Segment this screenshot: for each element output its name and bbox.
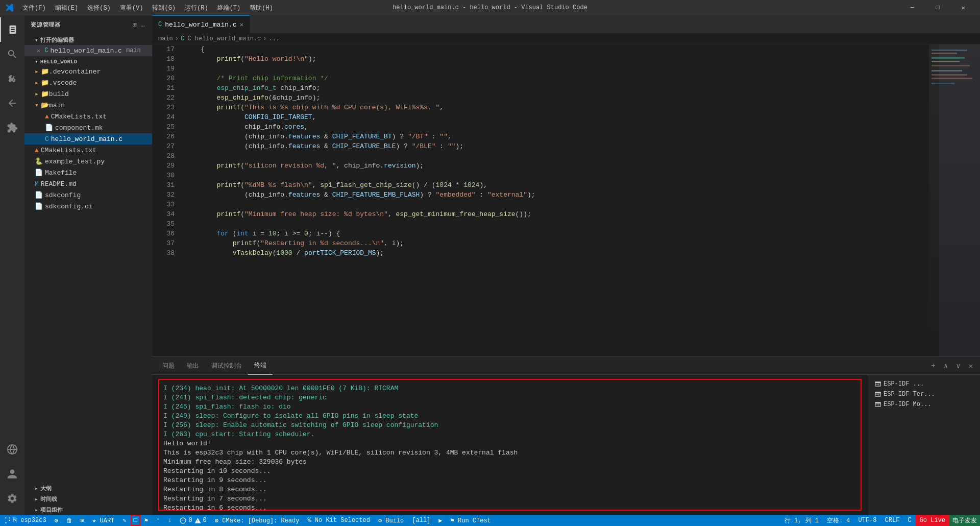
menu-view[interactable]: 查看(V) (116, 3, 148, 13)
status-spaces[interactable]: 空格: 4 (823, 515, 854, 526)
status-dianzifafa[interactable]: 电子发发 (949, 515, 980, 526)
terminal-sidebar-item-3[interactable]: ESP-IDF Mo... (872, 399, 976, 410)
tab-issues[interactable]: 问题 (156, 357, 181, 375)
outline-section[interactable]: ▸ 大纲 (24, 483, 152, 493)
terminal-sidebar-item-1[interactable]: ESP-IDF ... (872, 379, 976, 389)
sidebar-item-devcontainer[interactable]: ▸ 📁 .devcontainer (24, 66, 152, 77)
menu-select[interactable]: 选择(S) (83, 3, 115, 13)
code-line-22: esp_chip_info(&chip_info); (185, 93, 929, 103)
tab-output[interactable]: 输出 (181, 357, 205, 375)
edit-icon: ✎ (122, 517, 126, 524)
code-line-17: { (185, 44, 929, 54)
status-go-live[interactable]: Go Live (916, 515, 949, 526)
status-cursor-pos[interactable]: 行 1, 列 1 (780, 515, 823, 526)
tab-debug-console[interactable]: 调试控制台 (205, 357, 248, 375)
add-terminal-button[interactable]: + (928, 361, 938, 371)
timeline-section[interactable]: ▸ 时间线 (24, 493, 152, 504)
open-editors-section[interactable]: ▾ 打开的编辑器 (24, 34, 152, 45)
filename: .vscode (49, 79, 77, 87)
terminal-output-highlighted[interactable]: I (234) heap_init: At 50000020 len 00001… (158, 379, 862, 511)
sidebar-item-hello-world-main[interactable]: C hello_world_main.c (24, 133, 152, 145)
sidebar-item-component-mk[interactable]: 📄 component.mk (24, 122, 152, 133)
menu-run[interactable]: 运行(R) (181, 3, 212, 13)
terminal-main[interactable]: I (234) heap_init: At 50000020 len 00001… (152, 375, 868, 515)
status-run-button[interactable]: ▶ (434, 515, 446, 526)
breadcrumb-file[interactable]: C hello_world_main.c (187, 35, 261, 42)
status-bar-left: ⎘ esp32c3 ⚙ 🗑 ⊞ ★ UART ✎ □ ⚑ ↑ ↓ (0, 515, 495, 526)
status-git-branch[interactable]: ⎘ esp32c3 (0, 515, 51, 526)
status-download[interactable]: ↓ (164, 515, 176, 526)
status-build-box[interactable]: ⊞ (77, 515, 88, 526)
terminal-sidebar-label-2: ESP-IDF Ter... (884, 391, 935, 398)
account-activity-icon[interactable] (0, 462, 24, 486)
breadcrumb-symbol[interactable]: ... (268, 35, 280, 42)
new-file-button[interactable]: ⊞ (131, 19, 137, 30)
status-encoding[interactable]: UTF-8 (854, 515, 881, 526)
outline-label: 大纲 (40, 485, 52, 492)
settings-activity-icon[interactable] (0, 486, 24, 511)
menu-help[interactable]: 帮助(H) (246, 3, 277, 13)
maximize-button[interactable]: □ (926, 0, 949, 15)
collapse-all-button[interactable]: … (140, 19, 146, 30)
open-editor-item-main[interactable]: ✕ C hello_world_main.c main (24, 45, 152, 56)
remote-explorer-icon[interactable] (0, 437, 24, 462)
code-editor[interactable]: 17181920 21222324 25262728 29303132 3334… (152, 44, 980, 356)
sidebar-item-sdkconfig-ci[interactable]: 📄 sdkconfig.ci (24, 201, 152, 212)
status-errors[interactable]: 0 0 (176, 515, 210, 526)
status-no-kit[interactable]: % No Kit Selected (303, 515, 374, 526)
status-trash[interactable]: 🗑 (62, 515, 77, 526)
panel-close-button[interactable]: ✕ (966, 361, 976, 371)
tab-close-button[interactable]: ✕ (240, 21, 243, 29)
project-section[interactable]: ▾ HELLO_WORLD (24, 56, 152, 66)
upload-icon: ↑ (156, 517, 160, 524)
menu-goto[interactable]: 转到(G) (148, 3, 180, 13)
status-cmake[interactable]: ⚙ CMake: [Debug]: Ready (211, 515, 304, 526)
extensions-activity-icon[interactable] (0, 115, 24, 140)
tab-hello-world-main[interactable]: C hello_world_main.c ✕ (152, 15, 250, 33)
menu-edit[interactable]: 编辑(E) (51, 3, 83, 13)
menu-bar[interactable]: 文件(F) 编辑(E) 选择(S) 查看(V) 转到(G) 运行(R) 终端(T… (18, 3, 277, 13)
search-activity-icon[interactable] (0, 42, 24, 66)
status-edit[interactable]: ✎ (118, 515, 130, 526)
tab-terminal[interactable]: 终端 (248, 357, 273, 375)
explorer-activity-icon[interactable] (0, 17, 24, 42)
breadcrumb-main[interactable]: main (158, 35, 173, 42)
breadcrumb-separator: › (175, 35, 179, 42)
status-run-ctest[interactable]: ⚑ Run CTest (447, 515, 495, 526)
sidebar-item-vscode[interactable]: ▸ 📁 .vscode (24, 77, 152, 88)
status-settings-1[interactable]: ⚙ (51, 515, 62, 526)
sidebar-item-main[interactable]: ▾ 📂 main (24, 100, 152, 111)
sidebar-item-build[interactable]: ▸ 📁 build (24, 88, 152, 100)
sidebar-item-readme[interactable]: M README.md (24, 178, 152, 189)
status-monitor[interactable]: □ (131, 515, 140, 526)
minimize-button[interactable]: ─ (900, 0, 924, 15)
project-label: HELLO_WORLD (40, 59, 78, 65)
panel-chevron-down-button[interactable]: ∨ (953, 361, 963, 371)
close-editor-icon[interactable]: ✕ (37, 47, 40, 55)
status-upload[interactable]: ↑ (152, 515, 164, 526)
status-line-ending[interactable]: CRLF (881, 515, 904, 526)
status-all-label[interactable]: [all] (408, 515, 434, 526)
terminal-line-10: Restarting in 10 seconds... (163, 467, 856, 476)
sidebar-item-cmakelists-main[interactable]: ▲ CMakeLists.txt (24, 111, 152, 122)
sidebar-header: 资源管理器 ⊞ … (24, 15, 152, 34)
status-flag[interactable]: ⚑ (140, 515, 152, 526)
filename: component.mk (55, 124, 103, 132)
status-uart[interactable]: ★ UART (88, 515, 118, 526)
sidebar-item-makefile[interactable]: 📄 Makefile (24, 167, 152, 178)
sidebar-item-sdkconfig[interactable]: 📄 sdkconfig (24, 189, 152, 201)
project-components-section[interactable]: ▸ 项目组件 (24, 504, 152, 515)
code-content[interactable]: { printf("Hello world!\n"); /* Print chi… (179, 44, 929, 356)
status-language[interactable]: C (903, 515, 915, 526)
run-debug-activity-icon[interactable] (0, 91, 24, 115)
sidebar-item-cmakelists-root[interactable]: ▲ CMakeLists.txt (24, 145, 152, 156)
close-button[interactable]: ✕ (951, 0, 975, 15)
terminal-sidebar-item-2[interactable]: ESP-IDF Ter... (872, 389, 976, 399)
panel-chevron-up-button[interactable]: ∧ (941, 361, 951, 371)
status-build-label[interactable]: ⚙ Build (374, 515, 408, 526)
activity-bar (0, 15, 24, 515)
menu-terminal[interactable]: 终端(T) (213, 3, 245, 13)
source-control-activity-icon[interactable] (0, 66, 24, 91)
sidebar-item-example-test[interactable]: 🐍 example_test.py (24, 156, 152, 167)
menu-file[interactable]: 文件(F) (18, 3, 50, 13)
